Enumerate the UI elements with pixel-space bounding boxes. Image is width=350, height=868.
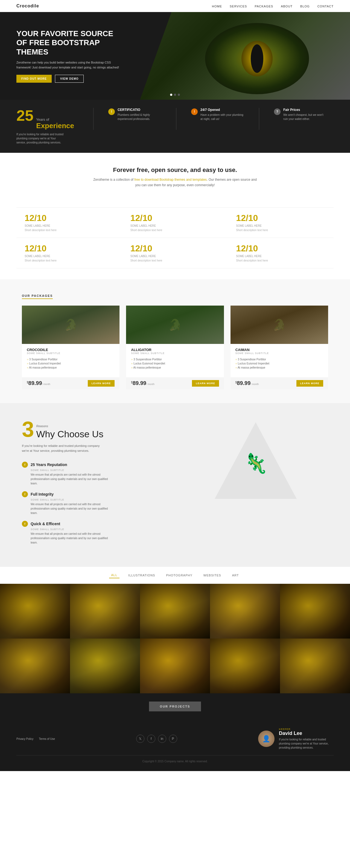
nav-services[interactable]: Services: [230, 5, 247, 8]
filter-art[interactable]: ART: [230, 572, 241, 578]
reason-reputation-header: f 25 Years Reputation: [22, 462, 167, 468]
package-caiman-sub: SOME SMALL SUBTITLE: [236, 352, 323, 354]
gallery-item-10[interactable]: [280, 639, 350, 693]
filter-all[interactable]: ALL: [109, 572, 120, 578]
reason-reputation-title: 25 Years Reputation: [31, 463, 67, 467]
gallery-item-8[interactable]: [140, 639, 210, 693]
package-alligator-features: 3 Suspendisse Porttitor Luctus Euismod I…: [131, 357, 219, 370]
hero-title: YOUR FAVORITE SOURCE OF FREE BOOTSTRAP T…: [16, 29, 120, 57]
package-crocodile: CROCODILE SOME SMALL SUBTITLE 3 Suspendi…: [22, 306, 119, 390]
our-projects-button[interactable]: OUR PROJECTS: [149, 702, 201, 711]
gallery-item-5[interactable]: [280, 584, 350, 639]
gallery-row-1: [0, 584, 350, 639]
feature-item: Luctus Euismod Imperdiet: [236, 362, 323, 366]
gallery-item-6[interactable]: [0, 639, 70, 693]
gallery-item-3[interactable]: [140, 584, 210, 639]
nav-packages[interactable]: Packages: [254, 5, 273, 8]
reason-reputation-icon: f: [22, 462, 28, 468]
hero-dot-1[interactable]: [170, 94, 172, 96]
rating-desc-6: Short description text here: [236, 259, 325, 262]
rating-desc-1: Short description text here: [25, 228, 114, 232]
gallery-item-7[interactable]: [70, 639, 140, 693]
stat-divider-3: [259, 108, 259, 130]
247-title: 24/7 Opened: [201, 108, 244, 112]
site-logo[interactable]: Crocodile: [16, 4, 39, 8]
pinterest-icon[interactable]: P: [169, 735, 177, 743]
reason-integrity-sub: SOME SMALL SUBTITLE: [31, 498, 167, 501]
nav-about[interactable]: About: [281, 5, 292, 8]
rating-label-6: SOME LABEL HERE: [236, 255, 325, 258]
rating-score-1: 12/10: [25, 213, 114, 223]
certification-icon: !: [108, 108, 115, 115]
package-alligator-sub: SOME SMALL SUBTITLE: [131, 352, 219, 354]
terms-of-use-link[interactable]: Terms of Use: [39, 737, 55, 740]
view-demo-button[interactable]: VIEW DEMO: [55, 75, 84, 83]
navbar: Crocodile Home Services Packages About B…: [0, 0, 350, 12]
hero-dots: [170, 94, 180, 96]
package-alligator-image: [126, 306, 224, 344]
linkedin-icon[interactable]: in: [158, 735, 166, 743]
hero-dot-3[interactable]: [178, 94, 180, 96]
rating-score-4: 12/10: [25, 243, 114, 253]
footer-top: Privacy Policy Terms of Use 𝕏 f in P 👤 K…: [16, 728, 334, 750]
filter-illustrations[interactable]: ILLUSTRATIONS: [126, 572, 157, 578]
nav-contact[interactable]: Contact: [317, 5, 334, 8]
rating-6: 12/10 SOME LABEL HERE Short description …: [228, 238, 334, 268]
rating-score-6: 12/10: [236, 243, 325, 253]
gallery-item-1[interactable]: [0, 584, 70, 639]
package-alligator: ALLIGATOR SOME SMALL SUBTITLE 3 Suspendi…: [126, 306, 224, 390]
stat-divider-1: [93, 108, 94, 130]
learn-more-button-1[interactable]: LEARN MORE: [192, 380, 219, 386]
feature-item: 3 Suspendisse Porttitor: [27, 357, 114, 362]
nav-links: Home Services Packages About Blog Contac…: [212, 4, 334, 8]
twitter-icon[interactable]: 𝕏: [136, 735, 144, 743]
feature-item: 3 Suspendisse Porttitor: [131, 357, 219, 362]
nav-home[interactable]: Home: [212, 5, 222, 8]
nav-blog[interactable]: Blog: [300, 5, 310, 8]
reason-quick-title: Quick & Efficent: [31, 522, 60, 526]
rating-3: 12/10 SOME LABEL HERE Short description …: [228, 207, 334, 238]
footer: Privacy Policy Terms of Use 𝕏 f in P 👤 K…: [0, 720, 350, 771]
experience-label: Experience: [36, 122, 74, 130]
ratings-section: 12/10 SOME LABEL HERE Short description …: [0, 202, 350, 279]
about-link[interactable]: free to download Bootstrap themes and te…: [134, 178, 207, 182]
package-caiman-image: [231, 306, 328, 344]
gallery-item-4[interactable]: [210, 584, 280, 639]
package-crocodile-name: CROCODILE: [27, 348, 114, 352]
feature-item: Luctus Euismod Imperdiet: [27, 362, 114, 366]
feature-item: Luctus Euismod Imperdiet: [131, 362, 219, 366]
prices-icon: ?: [274, 108, 281, 115]
prices-desc: We aren't cheapest, but we won't ruin yo…: [283, 113, 327, 121]
reason-quick-desc: We ensure that all projects are carried …: [31, 532, 113, 545]
facebook-icon[interactable]: f: [147, 735, 155, 743]
rating-score-5: 12/10: [131, 243, 220, 253]
rating-desc-2: Short description text here: [131, 228, 220, 232]
packages-grid: CROCODILE SOME SMALL SUBTITLE 3 Suspendi…: [22, 306, 328, 390]
copyright: Copyright © 2015 Company name. All right…: [16, 760, 334, 763]
rating-2: 12/10 SOME LABEL HERE Short description …: [122, 207, 228, 238]
rating-label-1: SOME LABEL HERE: [25, 224, 114, 227]
stat-certification: ! CERTIFICATIO Plumbers certified & high…: [102, 108, 168, 121]
prices-text: Fair Prices We aren't cheapest, but we w…: [283, 108, 327, 121]
person-desc: If you're looking for reliable and trust…: [279, 737, 334, 750]
reason-quick-icon: f: [22, 521, 28, 527]
stat-divider-2: [176, 108, 176, 130]
filter-websites[interactable]: WEBSITES: [201, 572, 223, 578]
find-out-more-button[interactable]: FIND OUT MORE: [16, 75, 52, 83]
learn-more-button-0[interactable]: LEARN MORE: [88, 380, 115, 386]
gallery-item-2[interactable]: [70, 584, 140, 639]
privacy-policy-link[interactable]: Privacy Policy: [16, 737, 33, 740]
gallery-item-9[interactable]: [210, 639, 280, 693]
filter-photography[interactable]: PHOTOGRAPHY: [164, 572, 195, 578]
social-icons: 𝕏 f in P: [136, 735, 177, 743]
learn-more-button-2[interactable]: LEARN MORE: [296, 380, 323, 386]
247-icon: !: [191, 108, 198, 115]
package-crocodile-body: CROCODILE SOME SMALL SUBTITLE 3 Suspendi…: [22, 344, 119, 377]
projects-section: OUR PROJECTS: [0, 693, 350, 720]
hero-dot-2[interactable]: [174, 94, 176, 96]
package-caiman-features: 3 Suspendisse Porttitor Luctus Euismod I…: [236, 357, 323, 370]
packages-title: OUR PACKAGES: [22, 294, 53, 299]
hero-content: YOUR FAVORITE SOURCE OF FREE BOOTSTRAP T…: [0, 29, 137, 83]
reason-quick-sub: SOME SMALL SUBTITLE: [31, 528, 167, 531]
247-desc: Have a problem with your plumbing at nig…: [201, 113, 244, 121]
